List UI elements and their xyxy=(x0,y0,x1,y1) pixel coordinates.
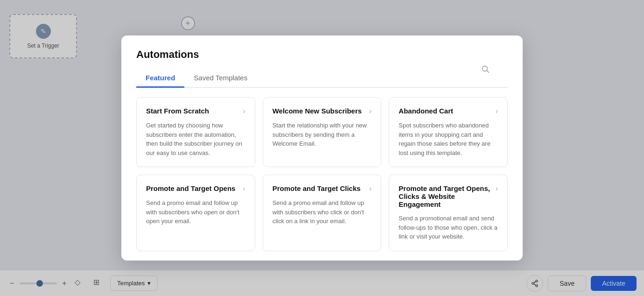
template-card-start-from-scratch[interactable]: Start From Scratch › Get started by choo… xyxy=(136,97,255,167)
card-title: Abandoned Cart xyxy=(399,107,491,115)
card-arrow-icon: › xyxy=(243,184,245,193)
card-title: Promote and Target Opens xyxy=(146,184,239,192)
card-arrow-icon: › xyxy=(243,107,245,115)
tab-featured[interactable]: Featured xyxy=(136,69,184,88)
card-description: Send a promo email and follow up with su… xyxy=(146,198,245,226)
template-card-promote-target-opens[interactable]: Promote and Target Opens › Send a promo … xyxy=(136,175,255,251)
card-header: Promote and Target Clicks › xyxy=(273,184,372,193)
card-description: Send a promotional email and send follow… xyxy=(399,214,498,241)
card-arrow-icon: › xyxy=(496,184,498,193)
card-arrow-icon: › xyxy=(369,107,371,115)
search-button[interactable] xyxy=(478,62,493,77)
card-header: Abandoned Cart › xyxy=(399,107,498,115)
modal-header-row: Automations xyxy=(136,49,508,61)
card-description: Start the relationship with your new sub… xyxy=(273,121,372,148)
search-icon xyxy=(481,65,490,73)
modal-tabs: Featured Saved Templates xyxy=(136,69,508,88)
card-header: Promote and Target Opens › xyxy=(146,184,245,193)
template-card-promote-target-opens-clicks-website[interactable]: Promote and Target Opens, Clicks & Websi… xyxy=(389,175,508,251)
card-description: Send a promo email and follow up with su… xyxy=(273,198,372,226)
card-header: Start From Scratch › xyxy=(146,107,245,115)
template-card-promote-target-clicks[interactable]: Promote and Target Clicks › Send a promo… xyxy=(263,175,382,251)
card-description: Spot subscribers who abandoned items in … xyxy=(399,121,498,157)
modal-header: Automations Featured Saved Templates xyxy=(121,35,523,88)
tab-saved-templates[interactable]: Saved Templates xyxy=(184,69,257,88)
template-cards-grid: Start From Scratch › Get started by choo… xyxy=(136,97,508,251)
svg-line-6 xyxy=(487,71,489,73)
card-title: Start From Scratch xyxy=(146,107,239,115)
modal-body: Start From Scratch › Get started by choo… xyxy=(121,88,523,261)
card-arrow-icon: › xyxy=(369,184,371,193)
card-title: Promote and Target Opens, Clicks & Websi… xyxy=(399,184,491,208)
modal-overlay: Automations Featured Saved Templates Sta… xyxy=(0,0,644,296)
card-title: Welcome New Subscribers xyxy=(273,107,365,115)
modal-title: Automations xyxy=(136,49,508,61)
card-title: Promote and Target Clicks xyxy=(273,184,365,192)
automations-modal: Automations Featured Saved Templates Sta… xyxy=(121,35,523,261)
template-card-abandoned-cart[interactable]: Abandoned Cart › Spot subscribers who ab… xyxy=(389,97,508,167)
card-arrow-icon: › xyxy=(496,107,498,115)
card-header: Welcome New Subscribers › xyxy=(273,107,372,115)
card-description: Get started by choosing how subscribers … xyxy=(146,121,245,157)
svg-point-5 xyxy=(483,66,488,71)
card-header: Promote and Target Opens, Clicks & Websi… xyxy=(399,184,498,208)
template-card-welcome-new-subscribers[interactable]: Welcome New Subscribers › Start the rela… xyxy=(263,97,382,167)
